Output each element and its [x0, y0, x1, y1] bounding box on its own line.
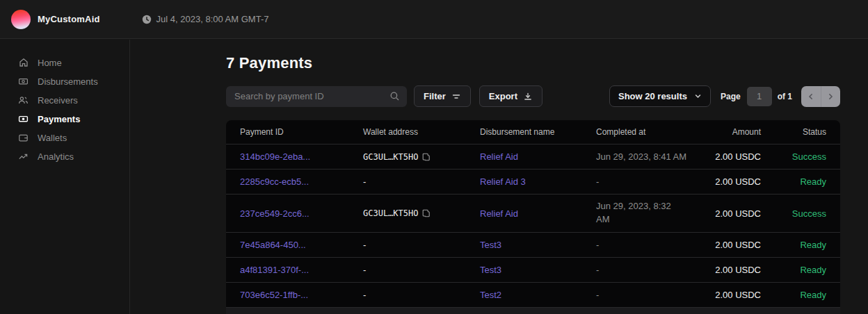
filter-icon	[451, 92, 461, 101]
wallets-icon	[18, 133, 29, 143]
wallet-address: -	[363, 265, 480, 275]
filter-button-label: Filter	[424, 91, 446, 101]
table-row: a4f81391-370f-... - Test3 - 2.00 USDC Re…	[226, 257, 840, 282]
amount: 2.00 USDC	[707, 265, 761, 275]
table-row: 703e6c52-1ffb-... - Test2 - 2.00 USDC Re…	[226, 282, 840, 307]
sidebar-item-label: Analytics	[38, 151, 74, 162]
table-row: 7e45a864-450... - Test3 - 2.00 USDC Read…	[226, 232, 840, 257]
table-row: 2285c9cc-ecb5... - Relief Aid 3 - 2.00 U…	[226, 169, 840, 194]
page-title: 7 Payments	[226, 54, 840, 72]
main-content: 7 Payments Filter Export	[131, 40, 868, 314]
sidebar-item-label: Payments	[38, 114, 80, 124]
wallet-address: -	[363, 240, 480, 250]
datetime-text: Jul 4, 2023, 8:00 AM GMT-7	[156, 14, 269, 24]
completed-at: -	[596, 240, 707, 250]
disbursement-name-link[interactable]: Relief Aid 3	[480, 176, 526, 187]
sidebar: Home Disbursements Receivers Payments Wa…	[0, 40, 130, 314]
chevron-left-icon	[807, 93, 814, 100]
completed-at: Jun 29, 2023, 8:41 AM	[596, 151, 707, 162]
wallet-address: -	[363, 290, 480, 300]
sidebar-item-label: Wallets	[38, 133, 67, 143]
sidebar-item-payments[interactable]: Payments	[0, 110, 129, 128]
payment-id-link[interactable]: 703e6c52-1ffb-...	[240, 290, 308, 300]
status-badge: Success	[761, 151, 826, 162]
sidebar-item-home[interactable]: Home	[0, 53, 129, 72]
wallet-address: -	[363, 176, 480, 187]
toolbar: Filter Export Show 20 results Page	[226, 85, 840, 107]
search-input[interactable]	[226, 86, 407, 107]
results-per-page-select[interactable]: Show 20 results	[609, 85, 711, 107]
column-header-amount: Amount	[707, 127, 761, 137]
column-header-status: Status	[761, 127, 826, 137]
payment-id-link[interactable]: 7e45a864-450...	[240, 240, 306, 250]
amount: 2.00 USDC	[707, 290, 761, 300]
amount: 2.00 USDC	[707, 208, 761, 219]
sidebar-item-label: Disbursements	[38, 76, 98, 87]
wallet-address: GC3UL…KT5HO	[363, 208, 418, 218]
completed-at: Jun 29, 2023, 8:32 AM	[596, 200, 678, 226]
sidebar-item-label: Home	[38, 58, 62, 68]
results-per-page-label: Show 20 results	[618, 91, 687, 101]
analytics-icon	[18, 151, 29, 162]
status-badge: Ready	[761, 265, 826, 275]
pager	[801, 86, 840, 107]
amount: 2.00 USDC	[707, 176, 761, 187]
brand-name: MyCustomAid	[38, 14, 100, 24]
payment-id-link[interactable]: a4f81391-370f-...	[240, 265, 309, 275]
status-badge: Ready	[761, 240, 826, 250]
amount: 2.00 USDC	[707, 240, 761, 250]
previous-page-button[interactable]	[801, 86, 821, 107]
copy-icon[interactable]	[422, 153, 431, 161]
wallet-address: GC3UL…KT5HO	[363, 152, 418, 162]
disbursements-icon	[18, 76, 29, 87]
column-header-completed-at: Completed at	[596, 127, 707, 137]
status-badge: Success	[761, 208, 826, 219]
status-badge: Ready	[761, 290, 826, 300]
sidebar-item-receivers[interactable]: Receivers	[0, 91, 129, 109]
table-row: 314bc09e-2eba... GC3UL…KT5HO Relief Aid …	[226, 144, 840, 169]
status-badge: Ready	[761, 176, 826, 187]
topbar: MyCustomAid Jul 4, 2023, 8:00 AM GMT-7	[0, 0, 868, 39]
table-header-row: Payment ID Wallet address Disbursement n…	[226, 120, 840, 144]
payment-id-link[interactable]: 237ce549-2cc6...	[240, 208, 310, 219]
disbursement-name-link[interactable]: Test3	[480, 265, 501, 275]
current-datetime: Jul 4, 2023, 8:00 AM GMT-7	[142, 14, 269, 24]
search-icon	[389, 91, 400, 104]
home-icon	[18, 58, 29, 68]
search-box	[226, 86, 407, 107]
app-logo	[11, 10, 31, 29]
filter-button[interactable]: Filter	[414, 85, 471, 107]
disbursement-name-link[interactable]: Test2	[480, 290, 501, 300]
sidebar-item-wallets[interactable]: Wallets	[0, 129, 129, 147]
export-button-label: Export	[489, 91, 517, 101]
download-icon	[523, 92, 533, 101]
payment-id-link[interactable]: 314bc09e-2eba...	[240, 151, 310, 162]
payments-icon	[18, 114, 29, 124]
sidebar-item-label: Receivers	[38, 95, 78, 106]
chevron-down-icon	[694, 92, 702, 100]
completed-at: -	[596, 176, 707, 187]
sidebar-item-disbursements[interactable]: Disbursements	[0, 72, 129, 90]
table-row-partial	[226, 307, 840, 314]
chevron-right-icon	[827, 93, 834, 100]
copy-icon[interactable]	[422, 209, 431, 217]
disbursement-name-link[interactable]: Test3	[480, 240, 501, 250]
amount: 2.00 USDC	[707, 151, 761, 162]
disbursement-name-link[interactable]: Relief Aid	[480, 151, 518, 162]
column-header-disbursement-name: Disbursement name	[480, 127, 596, 137]
export-button[interactable]: Export	[479, 85, 542, 107]
page-count-label: of 1	[778, 92, 792, 101]
table-row: 237ce549-2cc6... GC3UL…KT5HO Relief Aid …	[226, 194, 840, 232]
next-page-button[interactable]	[821, 86, 841, 107]
payment-id-link[interactable]: 2285c9cc-ecb5...	[240, 176, 309, 187]
payments-table: Payment ID Wallet address Disbursement n…	[226, 120, 840, 314]
page-number-input[interactable]	[747, 87, 772, 106]
column-header-payment-id: Payment ID	[240, 127, 363, 137]
page-label: Page	[721, 92, 741, 101]
pagination-controls: Show 20 results Page of 1	[609, 85, 840, 107]
completed-at: -	[596, 290, 707, 300]
clock-icon	[142, 15, 152, 24]
disbursement-name-link[interactable]: Relief Aid	[480, 208, 518, 219]
column-header-wallet-address: Wallet address	[363, 127, 480, 137]
sidebar-item-analytics[interactable]: Analytics	[0, 147, 129, 165]
